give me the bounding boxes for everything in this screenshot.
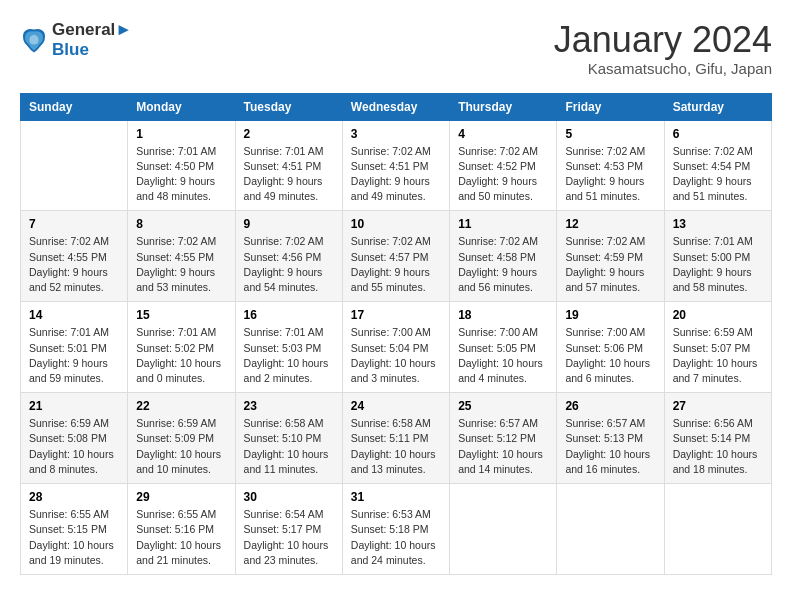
day-number: 23: [244, 399, 334, 413]
day-cell: 24Sunrise: 6:58 AMSunset: 5:11 PMDayligh…: [342, 393, 449, 484]
day-info: Sunrise: 7:02 AMSunset: 4:54 PMDaylight:…: [673, 144, 763, 205]
day-number: 5: [565, 127, 655, 141]
day-cell: 10Sunrise: 7:02 AMSunset: 4:57 PMDayligh…: [342, 211, 449, 302]
day-info: Sunrise: 7:02 AMSunset: 4:53 PMDaylight:…: [565, 144, 655, 205]
day-cell: 29Sunrise: 6:55 AMSunset: 5:16 PMDayligh…: [128, 484, 235, 575]
day-info: Sunrise: 7:01 AMSunset: 5:03 PMDaylight:…: [244, 325, 334, 386]
day-info: Sunrise: 7:02 AMSunset: 4:52 PMDaylight:…: [458, 144, 548, 205]
day-header-thursday: Thursday: [450, 93, 557, 120]
day-info: Sunrise: 7:00 AMSunset: 5:04 PMDaylight:…: [351, 325, 441, 386]
day-cell: 9Sunrise: 7:02 AMSunset: 4:56 PMDaylight…: [235, 211, 342, 302]
day-cell: [21, 120, 128, 211]
day-cell: 27Sunrise: 6:56 AMSunset: 5:14 PMDayligh…: [664, 393, 771, 484]
day-number: 7: [29, 217, 119, 231]
day-info: Sunrise: 7:01 AMSunset: 5:00 PMDaylight:…: [673, 234, 763, 295]
day-cell: 11Sunrise: 7:02 AMSunset: 4:58 PMDayligh…: [450, 211, 557, 302]
day-info: Sunrise: 7:00 AMSunset: 5:05 PMDaylight:…: [458, 325, 548, 386]
day-number: 12: [565, 217, 655, 231]
day-cell: 22Sunrise: 6:59 AMSunset: 5:09 PMDayligh…: [128, 393, 235, 484]
day-number: 30: [244, 490, 334, 504]
day-info: Sunrise: 6:53 AMSunset: 5:18 PMDaylight:…: [351, 507, 441, 568]
logo-icon: [20, 26, 48, 54]
day-number: 27: [673, 399, 763, 413]
day-number: 31: [351, 490, 441, 504]
day-cell: 7Sunrise: 7:02 AMSunset: 4:55 PMDaylight…: [21, 211, 128, 302]
day-cell: [664, 484, 771, 575]
day-number: 8: [136, 217, 226, 231]
day-number: 28: [29, 490, 119, 504]
day-info: Sunrise: 7:02 AMSunset: 4:55 PMDaylight:…: [29, 234, 119, 295]
day-info: Sunrise: 7:02 AMSunset: 4:51 PMDaylight:…: [351, 144, 441, 205]
day-info: Sunrise: 6:57 AMSunset: 5:13 PMDaylight:…: [565, 416, 655, 477]
day-info: Sunrise: 7:01 AMSunset: 4:51 PMDaylight:…: [244, 144, 334, 205]
day-number: 3: [351, 127, 441, 141]
day-info: Sunrise: 7:01 AMSunset: 5:01 PMDaylight:…: [29, 325, 119, 386]
day-info: Sunrise: 6:59 AMSunset: 5:09 PMDaylight:…: [136, 416, 226, 477]
day-number: 2: [244, 127, 334, 141]
day-cell: 12Sunrise: 7:02 AMSunset: 4:59 PMDayligh…: [557, 211, 664, 302]
day-cell: 20Sunrise: 6:59 AMSunset: 5:07 PMDayligh…: [664, 302, 771, 393]
day-info: Sunrise: 6:56 AMSunset: 5:14 PMDaylight:…: [673, 416, 763, 477]
logo-text: General► Blue: [52, 20, 132, 60]
week-row-5: 28Sunrise: 6:55 AMSunset: 5:15 PMDayligh…: [21, 484, 772, 575]
day-info: Sunrise: 6:55 AMSunset: 5:15 PMDaylight:…: [29, 507, 119, 568]
day-number: 4: [458, 127, 548, 141]
week-row-1: 1Sunrise: 7:01 AMSunset: 4:50 PMDaylight…: [21, 120, 772, 211]
day-info: Sunrise: 7:00 AMSunset: 5:06 PMDaylight:…: [565, 325, 655, 386]
day-header-monday: Monday: [128, 93, 235, 120]
day-info: Sunrise: 6:59 AMSunset: 5:07 PMDaylight:…: [673, 325, 763, 386]
day-number: 14: [29, 308, 119, 322]
day-number: 21: [29, 399, 119, 413]
day-number: 22: [136, 399, 226, 413]
day-number: 18: [458, 308, 548, 322]
day-cell: 15Sunrise: 7:01 AMSunset: 5:02 PMDayligh…: [128, 302, 235, 393]
day-number: 9: [244, 217, 334, 231]
day-cell: 19Sunrise: 7:00 AMSunset: 5:06 PMDayligh…: [557, 302, 664, 393]
day-number: 10: [351, 217, 441, 231]
location: Kasamatsucho, Gifu, Japan: [554, 60, 772, 77]
day-cell: 14Sunrise: 7:01 AMSunset: 5:01 PMDayligh…: [21, 302, 128, 393]
day-cell: [450, 484, 557, 575]
day-headers-row: SundayMondayTuesdayWednesdayThursdayFrid…: [21, 93, 772, 120]
week-row-2: 7Sunrise: 7:02 AMSunset: 4:55 PMDaylight…: [21, 211, 772, 302]
day-info: Sunrise: 7:01 AMSunset: 4:50 PMDaylight:…: [136, 144, 226, 205]
day-cell: 17Sunrise: 7:00 AMSunset: 5:04 PMDayligh…: [342, 302, 449, 393]
day-info: Sunrise: 7:02 AMSunset: 4:56 PMDaylight:…: [244, 234, 334, 295]
day-cell: 2Sunrise: 7:01 AMSunset: 4:51 PMDaylight…: [235, 120, 342, 211]
day-cell: 23Sunrise: 6:58 AMSunset: 5:10 PMDayligh…: [235, 393, 342, 484]
day-number: 11: [458, 217, 548, 231]
day-cell: 5Sunrise: 7:02 AMSunset: 4:53 PMDaylight…: [557, 120, 664, 211]
day-number: 6: [673, 127, 763, 141]
day-info: Sunrise: 7:02 AMSunset: 4:58 PMDaylight:…: [458, 234, 548, 295]
day-info: Sunrise: 6:58 AMSunset: 5:10 PMDaylight:…: [244, 416, 334, 477]
day-cell: 1Sunrise: 7:01 AMSunset: 4:50 PMDaylight…: [128, 120, 235, 211]
day-number: 26: [565, 399, 655, 413]
day-info: Sunrise: 6:57 AMSunset: 5:12 PMDaylight:…: [458, 416, 548, 477]
month-title: January 2024: [554, 20, 772, 60]
week-row-4: 21Sunrise: 6:59 AMSunset: 5:08 PMDayligh…: [21, 393, 772, 484]
day-number: 24: [351, 399, 441, 413]
day-cell: [557, 484, 664, 575]
day-number: 20: [673, 308, 763, 322]
day-info: Sunrise: 7:01 AMSunset: 5:02 PMDaylight:…: [136, 325, 226, 386]
title-block: January 2024 Kasamatsucho, Gifu, Japan: [554, 20, 772, 77]
day-cell: 13Sunrise: 7:01 AMSunset: 5:00 PMDayligh…: [664, 211, 771, 302]
day-cell: 31Sunrise: 6:53 AMSunset: 5:18 PMDayligh…: [342, 484, 449, 575]
day-number: 17: [351, 308, 441, 322]
day-info: Sunrise: 7:02 AMSunset: 4:57 PMDaylight:…: [351, 234, 441, 295]
day-cell: 30Sunrise: 6:54 AMSunset: 5:17 PMDayligh…: [235, 484, 342, 575]
day-number: 19: [565, 308, 655, 322]
logo: General► Blue: [20, 20, 132, 60]
day-header-saturday: Saturday: [664, 93, 771, 120]
page-header: General► Blue January 2024 Kasamatsucho,…: [20, 20, 772, 77]
day-info: Sunrise: 7:02 AMSunset: 4:55 PMDaylight:…: [136, 234, 226, 295]
day-cell: 25Sunrise: 6:57 AMSunset: 5:12 PMDayligh…: [450, 393, 557, 484]
day-number: 16: [244, 308, 334, 322]
day-cell: 6Sunrise: 7:02 AMSunset: 4:54 PMDaylight…: [664, 120, 771, 211]
day-header-sunday: Sunday: [21, 93, 128, 120]
day-cell: 4Sunrise: 7:02 AMSunset: 4:52 PMDaylight…: [450, 120, 557, 211]
day-info: Sunrise: 6:59 AMSunset: 5:08 PMDaylight:…: [29, 416, 119, 477]
day-number: 25: [458, 399, 548, 413]
day-cell: 3Sunrise: 7:02 AMSunset: 4:51 PMDaylight…: [342, 120, 449, 211]
day-number: 13: [673, 217, 763, 231]
